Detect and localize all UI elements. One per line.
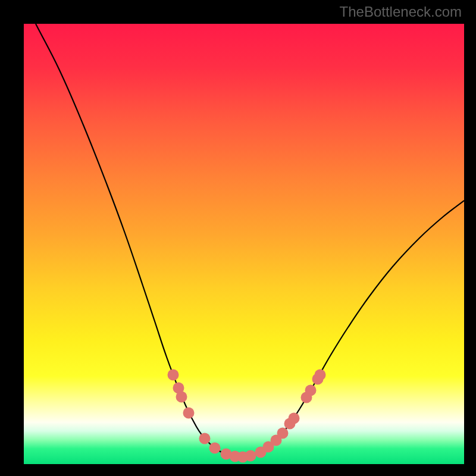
watermark-text: TheBottleneck.com (340, 4, 462, 20)
data-dot (315, 369, 326, 381)
data-dot (277, 428, 289, 439)
plot-area (24, 24, 464, 464)
data-dot (168, 369, 179, 381)
data-dot (199, 433, 211, 444)
bottleneck-curve (24, 24, 464, 464)
data-dot (209, 443, 221, 454)
data-dot (183, 408, 195, 419)
data-dot (305, 385, 317, 396)
chart-frame: TheBottleneck.com (0, 0, 476, 476)
data-dot (289, 413, 300, 424)
data-dot (176, 392, 187, 403)
